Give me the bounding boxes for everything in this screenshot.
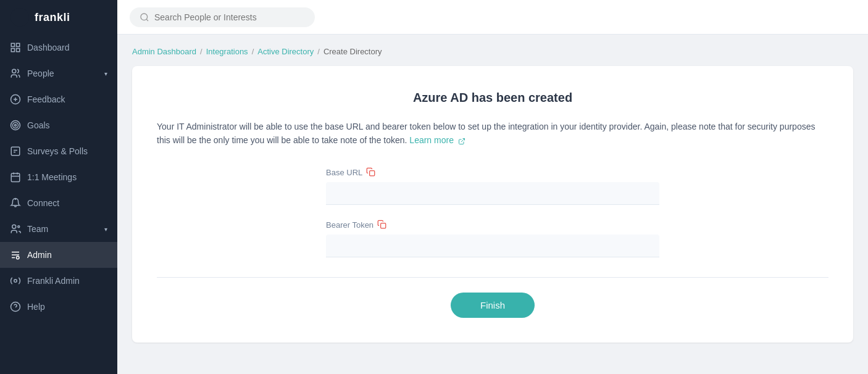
svg-point-15 [12, 225, 16, 228]
svg-point-0 [10, 8, 29, 27]
sidebar-item-feedback[interactable]: Feedback [0, 86, 117, 112]
svg-rect-9 [11, 147, 20, 156]
sidebar-item-admin[interactable]: Admin [0, 242, 117, 268]
bearer-token-input[interactable] [326, 235, 659, 257]
svg-point-24 [141, 14, 148, 20]
goals-label: Goals [27, 120, 107, 130]
sidebar-item-connect[interactable]: Connect [0, 190, 117, 216]
svg-rect-3 [17, 49, 20, 52]
sidebar-item-goals[interactable]: Goals [0, 112, 117, 138]
people-chevron-icon: ▾ [104, 70, 107, 77]
feedback-label: Feedback [27, 94, 107, 104]
breadcrumb-sep-3: / [317, 47, 320, 56]
card-title: Azure AD has been created [157, 91, 828, 105]
surveys-label: Surveys & Polls [27, 146, 107, 156]
breadcrumb-sep-1: / [200, 47, 202, 56]
svg-point-16 [18, 226, 20, 228]
logo-area: frankli [0, 0, 117, 35]
svg-rect-10 [11, 173, 20, 182]
frankli-admin-label: Frankli Admin [27, 276, 107, 286]
connect-label: Connect [27, 198, 107, 208]
sidebar-item-dashboard[interactable]: Dashboard [0, 35, 117, 60]
meetings-icon [10, 172, 21, 183]
connect-icon [10, 197, 21, 209]
finish-button[interactable]: Finish [451, 293, 535, 318]
feedback-icon [10, 94, 21, 105]
svg-line-25 [461, 138, 465, 142]
frankli-admin-icon [10, 275, 21, 286]
sidebar-item-team[interactable]: Team ▾ [0, 216, 117, 242]
breadcrumb-active-directory[interactable]: Active Directory [257, 47, 314, 56]
team-chevron-icon: ▾ [104, 226, 107, 233]
dashboard-icon [10, 42, 21, 53]
base-url-label: Base URL [326, 167, 659, 178]
svg-rect-2 [17, 43, 20, 46]
svg-rect-26 [370, 170, 375, 175]
bearer-token-field-group: Bearer Token [326, 220, 659, 257]
sidebar-item-frankli-admin[interactable]: Frankli Admin [0, 268, 117, 294]
frankli-logo-icon [10, 7, 30, 27]
breadcrumb-create-directory: Create Directory [323, 47, 382, 56]
azure-ad-card: Azure AD has been created Your IT Admini… [132, 66, 853, 343]
goals-icon [10, 120, 21, 131]
sidebar-item-meetings[interactable]: 1:1 Meetings [0, 164, 117, 190]
logo-text: frankli [35, 11, 70, 24]
content-area: Admin Dashboard / Integrations / Active … [117, 35, 868, 374]
people-label: People [27, 69, 98, 78]
search-bar [130, 7, 315, 27]
svg-rect-4 [11, 49, 14, 52]
help-icon [10, 301, 21, 312]
svg-point-21 [14, 280, 17, 283]
svg-point-20 [17, 256, 20, 259]
sidebar-item-surveys[interactable]: Surveys & Polls [0, 138, 117, 164]
breadcrumb-sep-2: / [252, 47, 254, 56]
dashboard-label: Dashboard [27, 43, 107, 52]
people-icon [10, 68, 21, 79]
base-url-copy-icon[interactable] [366, 167, 375, 178]
meetings-label: 1:1 Meetings [27, 172, 107, 182]
breadcrumb-admin-dashboard[interactable]: Admin Dashboard [132, 47, 196, 56]
bearer-token-label: Bearer Token [326, 220, 659, 231]
sidebar-item-people[interactable]: People ▾ [0, 60, 117, 86]
admin-label: Admin [27, 250, 107, 260]
surveys-icon [10, 146, 21, 157]
base-url-field-group: Base URL [326, 167, 659, 205]
main-area: Admin Dashboard / Integrations / Active … [117, 0, 868, 374]
search-icon [140, 12, 149, 22]
search-bar-container [117, 0, 868, 35]
sidebar: frankli Dashboard People ▾ Feedback [0, 0, 117, 374]
svg-rect-27 [381, 223, 386, 228]
breadcrumb-integrations[interactable]: Integrations [206, 47, 248, 56]
sidebar-item-help[interactable]: Help [0, 294, 117, 320]
team-icon [10, 223, 21, 235]
base-url-input[interactable] [326, 182, 659, 205]
svg-point-14 [15, 199, 16, 200]
svg-point-7 [13, 123, 19, 128]
admin-icon [10, 249, 21, 260]
team-label: Team [27, 224, 98, 234]
learn-more-link[interactable]: Learn more [409, 135, 465, 145]
card-description: Your IT Administrator will be able to us… [157, 120, 828, 148]
card-divider [157, 277, 828, 278]
bearer-token-copy-icon[interactable] [377, 220, 386, 231]
svg-point-8 [15, 125, 17, 127]
search-input[interactable] [154, 12, 305, 22]
breadcrumb: Admin Dashboard / Integrations / Active … [132, 47, 853, 56]
help-label: Help [27, 302, 107, 312]
svg-rect-1 [11, 43, 14, 46]
svg-point-5 [12, 69, 16, 73]
